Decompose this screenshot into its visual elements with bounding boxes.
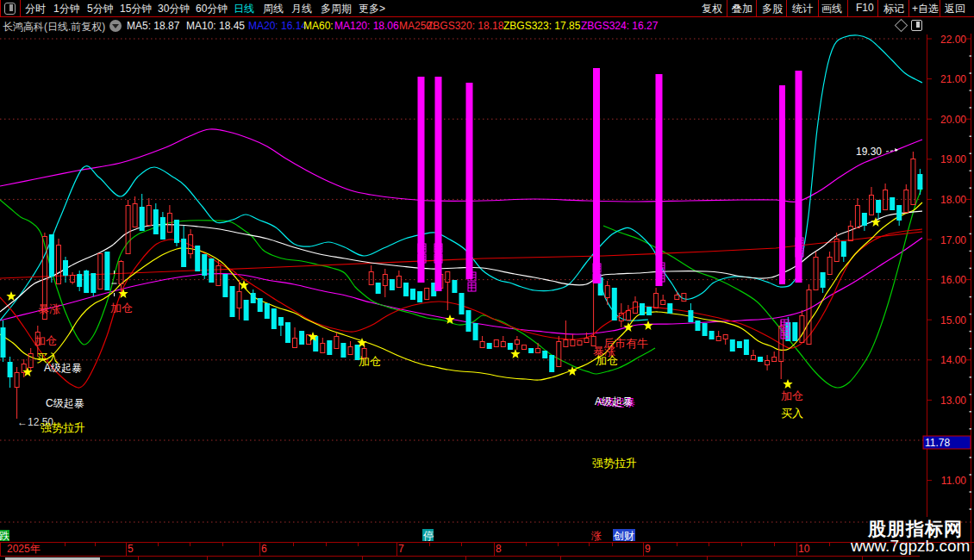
svg-text:加仓: 加仓 [34, 334, 57, 347]
svg-text:6: 6 [261, 543, 267, 555]
svg-text:强势拉升: 强势拉升 [41, 421, 85, 434]
svg-text:14.00: 14.00 [940, 354, 966, 366]
svg-text:A级起暴: A级起暴 [44, 362, 82, 374]
svg-text:加仓: 加仓 [110, 302, 133, 314]
svg-text:22.00: 22.00 [940, 34, 966, 46]
svg-text:买入: 买入 [781, 407, 803, 420]
svg-text:11.78: 11.78 [925, 437, 950, 449]
svg-text:8: 8 [496, 543, 502, 555]
svg-text:20.00: 20.00 [940, 114, 966, 126]
svg-text:11.00: 11.00 [941, 475, 966, 487]
svg-text:19.30: 19.30 [856, 146, 882, 158]
svg-text:暴涨: 暴涨 [38, 302, 60, 315]
svg-text:创财: 创财 [613, 530, 634, 542]
svg-text:21.00: 21.00 [940, 73, 966, 85]
svg-text:加仓: 加仓 [781, 389, 803, 402]
svg-text:跌: 跌 [0, 530, 9, 542]
svg-text:加仓: 加仓 [359, 355, 381, 368]
svg-text:9: 9 [645, 543, 651, 555]
svg-text:7: 7 [398, 543, 404, 555]
svg-text:18.00: 18.00 [940, 194, 966, 206]
svg-text:涨: 涨 [590, 530, 602, 542]
svg-text:2025年: 2025年 [7, 543, 41, 555]
svg-text:停: 停 [423, 530, 434, 542]
svg-text:5: 5 [128, 543, 134, 555]
svg-text:10: 10 [798, 543, 810, 555]
svg-text:16.00: 16.00 [940, 274, 966, 286]
svg-text:19.00: 19.00 [940, 153, 966, 165]
svg-text:13.00: 13.00 [940, 395, 966, 407]
svg-text:强势拉升: 强势拉升 [592, 457, 637, 470]
svg-text:17.00: 17.00 [940, 234, 966, 246]
svg-text:15.00: 15.00 [940, 314, 966, 327]
svg-text:加仓: 加仓 [596, 354, 618, 367]
svg-text:A级起暴: A级起暴 [595, 395, 633, 408]
svg-text:C级起暴: C级起暴 [46, 397, 84, 409]
